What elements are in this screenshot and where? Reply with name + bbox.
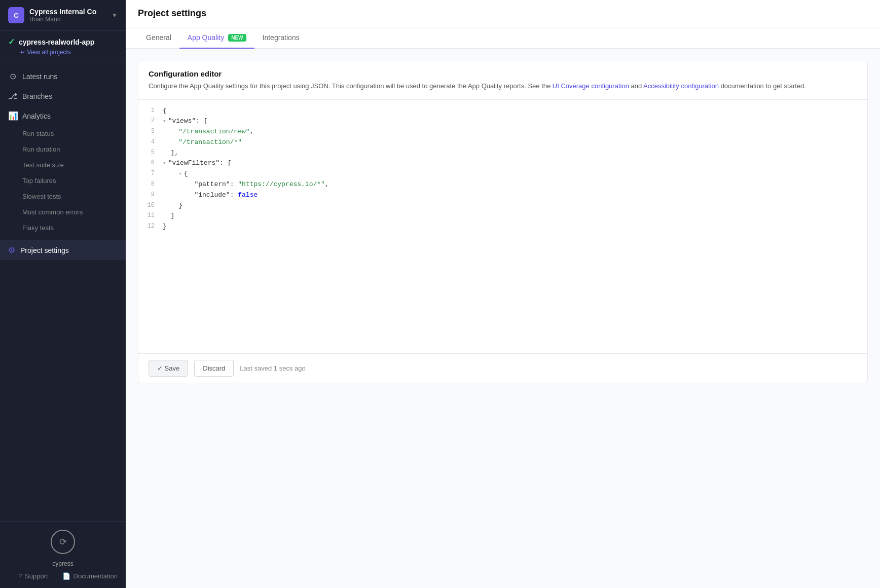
code-line-7: 7 ▾{ — [138, 169, 867, 179]
page-header: Project settings — [126, 0, 880, 27]
project-settings-label: Project settings — [20, 246, 69, 254]
code-line-3: 3 "/transaction/new", — [138, 127, 867, 137]
chevron-down-icon: ▼ — [112, 12, 118, 19]
sidebar-item-latest-runs[interactable]: ⊙ Latest runs — [0, 66, 126, 86]
config-editor-title: Configuration editor — [149, 69, 857, 78]
collapse-arrow[interactable]: ▾ — [163, 117, 166, 126]
sidebar-item-run-duration[interactable]: Run duration — [0, 141, 126, 157]
sidebar-footer: ⟳ cypress ? Support 📄 Documentation — [0, 521, 126, 588]
collapse-arrow-3[interactable]: ▾ — [178, 170, 182, 179]
saved-status: Last saved 1 secs ago — [240, 364, 305, 372]
new-badge: New — [228, 34, 246, 42]
config-editor-header: Configuration editor Configure the App Q… — [138, 61, 867, 100]
project-name: cypress-realworld-app — [19, 38, 94, 46]
org-avatar: C — [8, 7, 24, 23]
config-editor-desc: Configure the App Quality settings for t… — [149, 81, 857, 91]
code-line-4: 4 "/transaction/*" — [138, 137, 867, 148]
sidebar-item-run-status[interactable]: Run status — [0, 126, 126, 141]
code-line-11: 11 ] — [138, 211, 867, 222]
main-content: Project settings General App Quality New… — [126, 0, 880, 588]
sidebar-item-branches[interactable]: ⎇ Branches — [0, 86, 126, 106]
discard-button[interactable]: Discard — [194, 360, 234, 377]
save-button[interactable]: ✓ Save — [149, 360, 188, 377]
tab-integrations[interactable]: Integrations — [254, 27, 308, 49]
cypress-brand-text: cypress — [8, 560, 118, 567]
org-sub: Brian Mann — [29, 16, 96, 23]
cypress-logo: ⟳ — [8, 530, 118, 554]
sidebar-item-test-suite-size[interactable]: Test suite size — [0, 157, 126, 173]
sidebar-item-project-settings[interactable]: ⚙ Project settings — [0, 240, 126, 260]
code-line-12: 12 } — [138, 222, 867, 232]
code-line-8: 8 "pattern": "https://cypress.io/*", — [138, 179, 867, 190]
code-line-2: 2 ▾"views": [ — [138, 116, 867, 127]
footer-links: ? Support 📄 Documentation — [8, 572, 118, 580]
sidebar-item-top-failures[interactable]: Top failures — [0, 173, 126, 189]
support-link[interactable]: ? Support — [8, 572, 58, 580]
sidebar-item-analytics[interactable]: 📊 Analytics — [0, 106, 126, 126]
documentation-link[interactable]: 📄 Documentation — [62, 572, 118, 580]
accessibility-config-link[interactable]: Accessibility configuration — [643, 82, 719, 90]
support-label: Support — [25, 572, 48, 580]
check-icon: ✓ — [8, 37, 15, 47]
tabs-bar: General App Quality New Integrations — [126, 27, 880, 49]
content-area: Configuration editor Configure the App Q… — [126, 49, 880, 588]
sidebar-item-label: Analytics — [22, 112, 51, 120]
project-name-row: ✓ cypress-realworld-app — [8, 37, 118, 47]
sidebar-item-flaky-tests[interactable]: Flaky tests — [0, 220, 126, 236]
code-line-5: 5 ], — [138, 148, 867, 159]
project-section: ✓ cypress-realworld-app ↵ View all proje… — [0, 31, 126, 62]
org-header[interactable]: C Cypress Internal Co Brian Mann ▼ — [0, 0, 126, 31]
code-line-6: 6 ▾"viewFilters": [ — [138, 158, 867, 169]
gear-icon: ⚙ — [8, 245, 15, 255]
sidebar-item-slowest-tests[interactable]: Slowest tests — [0, 189, 126, 204]
docs-label: Documentation — [74, 572, 118, 580]
org-name: Cypress Internal Co — [29, 8, 96, 16]
sidebar-item-most-common-errors[interactable]: Most common errors — [0, 204, 126, 220]
sidebar-item-label: Branches — [22, 92, 52, 100]
view-all-projects-link[interactable]: ↵ View all projects — [20, 49, 118, 56]
editor-footer-bar: ✓ Save Discard Last saved 1 secs ago — [138, 353, 867, 383]
docs-icon: 📄 — [62, 572, 70, 580]
sidebar: C Cypress Internal Co Brian Mann ▼ ✓ cyp… — [0, 0, 126, 588]
code-editor[interactable]: 1 { 2 ▾"views": [ 3 "/transaction/new", … — [138, 100, 867, 353]
main-nav: ⊙ Latest runs ⎇ Branches 📊 Analytics Run… — [0, 62, 126, 240]
branches-icon: ⎇ — [8, 91, 17, 101]
code-line-1: 1 { — [138, 106, 867, 117]
tab-general[interactable]: General — [138, 27, 179, 49]
ui-coverage-link[interactable]: UI Coverage configuration — [553, 82, 629, 90]
tab-app-quality[interactable]: App Quality New — [179, 27, 254, 49]
analytics-sub-menu: Run status Run duration Test suite size … — [0, 126, 126, 236]
latest-runs-icon: ⊙ — [8, 71, 17, 81]
support-icon: ? — [18, 572, 22, 580]
code-line-9: 9 "include": false — [138, 190, 867, 201]
page-title: Project settings — [138, 8, 206, 18]
code-line-10: 10 } — [138, 201, 867, 211]
sidebar-item-label: Latest runs — [22, 72, 57, 81]
analytics-icon: 📊 — [8, 111, 17, 121]
collapse-arrow-2[interactable]: ▾ — [163, 159, 166, 168]
config-editor-card: Configuration editor Configure the App Q… — [138, 61, 868, 383]
